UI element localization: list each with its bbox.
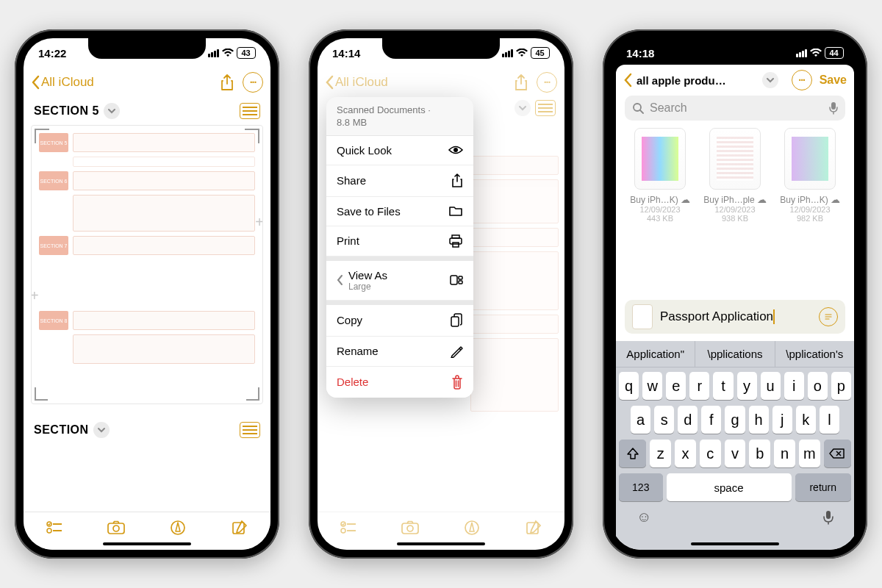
- camera-button[interactable]: [399, 517, 421, 539]
- compose-button[interactable]: [229, 517, 251, 539]
- folder-dropdown[interactable]: [762, 72, 778, 88]
- emoji-key[interactable]: ☺: [637, 509, 651, 526]
- rename-field[interactable]: Passport Application: [625, 300, 845, 334]
- markup-button[interactable]: [461, 517, 483, 539]
- svg-rect-10: [450, 238, 462, 244]
- dictation-key[interactable]: [823, 510, 833, 525]
- home-indicator[interactable]: [397, 542, 485, 545]
- file-item[interactable]: Buy iPh…K)☁︎ 12/09/2023 443 KB: [626, 128, 694, 223]
- key[interactable]: i: [784, 372, 804, 400]
- key[interactable]: w: [642, 372, 662, 400]
- key[interactable]: s: [654, 406, 674, 434]
- key[interactable]: d: [678, 406, 698, 434]
- compose-button[interactable]: [523, 517, 545, 539]
- notch: [88, 38, 206, 59]
- key[interactable]: c: [700, 440, 721, 467]
- collapse-toggle[interactable]: [93, 422, 110, 438]
- share-button[interactable]: [510, 71, 532, 93]
- home-indicator[interactable]: [691, 542, 779, 545]
- svg-rect-4: [108, 523, 124, 534]
- cloud-icon: ☁︎: [831, 194, 840, 205]
- checklist-button[interactable]: [43, 517, 65, 539]
- key[interactable]: r: [689, 372, 709, 400]
- section-header: SECTION 5: [31, 97, 263, 122]
- more-button[interactable]: ···: [243, 72, 263, 93]
- more-button[interactable]: ···: [537, 72, 557, 93]
- menu-rename[interactable]: Rename: [326, 337, 473, 367]
- key[interactable]: g: [725, 406, 745, 434]
- return-key[interactable]: return: [795, 473, 852, 501]
- menu-view-as[interactable]: View As Large: [326, 257, 473, 301]
- key[interactable]: m: [799, 440, 820, 467]
- file-item[interactable]: Buy iPh…K)☁︎ 12/09/2023 982 KB: [776, 128, 844, 223]
- key[interactable]: z: [650, 440, 671, 467]
- camera-button[interactable]: [105, 517, 127, 539]
- nav-bar: All iCloud ···: [318, 68, 564, 97]
- menu-save-to-files[interactable]: Save to Files: [326, 197, 473, 226]
- key[interactable]: v: [725, 440, 746, 467]
- key[interactable]: u: [761, 372, 781, 400]
- key[interactable]: q: [619, 372, 639, 400]
- menu-copy[interactable]: Copy: [326, 301, 473, 337]
- more-button[interactable]: ···: [792, 70, 812, 90]
- document-preview-faded: [470, 156, 559, 467]
- scanned-document[interactable]: SECTION 5 SECTION 6 SECTION 7 SECTION 8 …: [31, 125, 263, 404]
- markup-button[interactable]: [167, 517, 189, 539]
- key[interactable]: h: [749, 406, 769, 434]
- key[interactable]: o: [808, 372, 828, 400]
- key[interactable]: e: [666, 372, 686, 400]
- key[interactable]: y: [737, 372, 757, 400]
- battery-icon: 45: [531, 47, 550, 59]
- copy-icon: [450, 313, 463, 328]
- key[interactable]: l: [820, 406, 839, 434]
- cellular-icon: [208, 49, 219, 57]
- search-input[interactable]: Search: [625, 96, 845, 121]
- menu-delete[interactable]: Delete: [326, 367, 473, 398]
- key[interactable]: n: [774, 440, 795, 467]
- live-text-icon[interactable]: [819, 307, 838, 326]
- svg-line-25: [640, 110, 643, 113]
- notch: [382, 38, 500, 59]
- svg-point-8: [453, 148, 458, 152]
- suggestion[interactable]: \pplications: [695, 341, 775, 367]
- menu-print[interactable]: Print: [326, 226, 473, 257]
- home-indicator[interactable]: [103, 542, 191, 545]
- suggestion[interactable]: Application": [616, 341, 695, 367]
- key[interactable]: k: [796, 406, 816, 434]
- notch: [676, 38, 794, 59]
- menu-quick-look[interactable]: Quick Look: [326, 136, 473, 165]
- table-icon[interactable]: [240, 103, 260, 119]
- key[interactable]: b: [749, 440, 770, 467]
- key[interactable]: x: [675, 440, 696, 467]
- space-key[interactable]: space: [667, 473, 792, 501]
- table-icon[interactable]: [535, 100, 556, 116]
- collapse-toggle[interactable]: [514, 100, 531, 116]
- folder-icon: [448, 205, 463, 217]
- save-button[interactable]: Save: [820, 74, 847, 87]
- collapse-toggle[interactable]: [104, 103, 120, 119]
- key[interactable]: t: [713, 372, 733, 400]
- share-button[interactable]: [216, 71, 238, 93]
- status-time: 14:22: [38, 47, 66, 60]
- back-button[interactable]: [623, 73, 632, 87]
- backspace-key[interactable]: [824, 440, 851, 467]
- file-thumb-icon: [632, 304, 653, 329]
- key[interactable]: p: [831, 372, 851, 400]
- file-item[interactable]: Buy iPh…ple☁︎ 12/09/2023 938 KB: [701, 128, 769, 223]
- key[interactable]: j: [772, 406, 792, 434]
- menu-share[interactable]: Share: [326, 165, 473, 197]
- key[interactable]: f: [701, 406, 721, 434]
- shift-key[interactable]: [619, 440, 646, 467]
- numbers-key[interactable]: 123: [619, 473, 663, 501]
- suggestion[interactable]: \pplication's: [775, 341, 854, 367]
- key[interactable]: a: [631, 406, 650, 434]
- table-icon[interactable]: [240, 422, 260, 438]
- dictation-icon[interactable]: [829, 101, 838, 115]
- svg-point-16: [341, 522, 345, 526]
- back-button[interactable]: All iCloud: [31, 75, 94, 90]
- back-button[interactable]: All iCloud: [325, 75, 388, 90]
- section-header-2: SECTION: [31, 416, 263, 441]
- battery-icon: 43: [237, 47, 256, 59]
- folder-title: all apple produ…: [637, 74, 758, 87]
- checklist-button[interactable]: [337, 517, 359, 539]
